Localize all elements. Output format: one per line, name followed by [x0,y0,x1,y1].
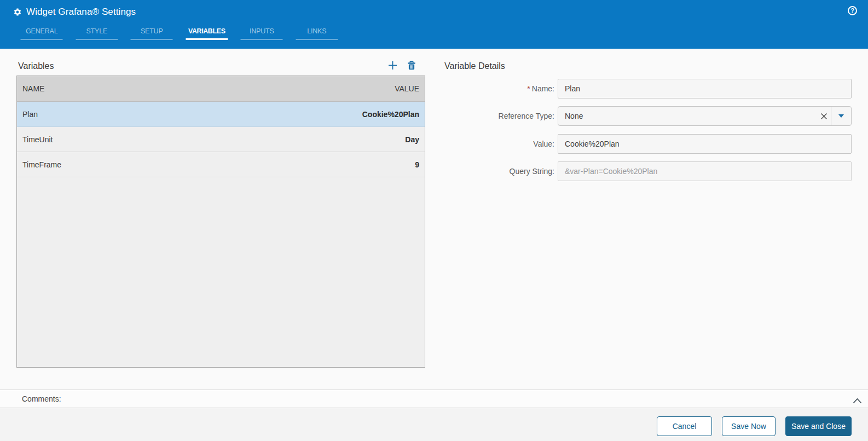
help-icon[interactable]: ? [848,6,857,15]
grid-header-row: NAME VALUE [17,76,425,102]
name-label: *Name: [444,79,554,98]
chevron-up-icon [853,398,862,404]
tab-bar: GENERAL STYLE SETUP VARIABLES INPUTS LIN… [14,24,344,49]
reference-type-label: Reference Type: [444,106,554,126]
grid-empty-area [17,177,425,367]
query-string-input: &var-Plan=Cookie%20Plan [558,161,852,181]
tab-style[interactable]: STYLE [70,24,125,49]
variable-row-plan[interactable]: Plan Cookie%20Plan [17,102,425,127]
name-input[interactable]: Plan [558,79,852,98]
variable-row-timeunit[interactable]: TimeUnit Day [17,127,425,152]
cell-name: TimeUnit [17,135,405,144]
query-string-label: Query String: [444,161,554,181]
tab-underline [131,39,173,40]
tab-underline [296,39,338,40]
column-header-value[interactable]: VALUE [395,84,425,93]
plus-icon [388,61,397,70]
cancel-button[interactable]: Cancel [657,416,712,436]
tab-inputs[interactable]: INPUTS [234,24,290,49]
save-now-button[interactable]: Save Now [722,416,776,436]
details-panel-title: Variable Details [444,61,505,71]
combobox-value: None [558,112,817,120]
cell-name: TimeFrame [17,160,415,169]
tab-underline [21,39,63,40]
dialog-title: Widget Grafana® Settings [26,7,136,18]
grid-toolbar [387,60,416,71]
tab-links[interactable]: LINKS [290,24,345,49]
dialog-footer: Cancel Save Now Save and Close [0,408,868,441]
reference-type-combobox[interactable]: None [558,106,852,126]
required-marker: * [527,84,530,93]
tab-underline [76,39,118,40]
tab-general[interactable]: GENERAL [14,24,70,49]
comments-bar: Comments: [0,390,868,408]
titlebar: Widget Grafana® Settings ? [0,0,868,24]
add-variable-button[interactable] [387,60,398,71]
save-and-close-button[interactable]: Save and Close [785,416,852,436]
variables-panel-title: Variables [18,61,54,71]
collapse-comments-button[interactable] [853,396,862,402]
gear-icon [13,8,22,16]
value-label: Value: [444,134,554,154]
trash-icon [407,61,416,70]
clear-icon[interactable] [817,107,831,125]
cell-value: Cookie%20Plan [362,110,425,119]
delete-variable-button[interactable] [406,60,416,71]
column-header-name[interactable]: NAME [17,84,395,93]
tab-setup[interactable]: SETUP [124,24,180,49]
value-input[interactable]: Cookie%20Plan [558,134,852,154]
dialog-header: Widget Grafana® Settings ? GENERAL STYLE… [0,0,868,49]
tab-variables[interactable]: VARIABLES [180,24,235,49]
cell-name: Plan [17,110,362,119]
comments-label: Comments: [22,390,61,408]
variable-row-timeframe[interactable]: TimeFrame 9 [17,152,425,177]
cell-value: 9 [415,160,425,169]
dropdown-button[interactable] [831,107,851,125]
tab-underline [186,38,228,40]
variables-grid: NAME VALUE Plan Cookie%20Plan TimeUnit D… [16,76,425,368]
chevron-down-icon [838,114,844,118]
tab-underline [241,39,283,40]
cell-value: Day [405,135,425,144]
